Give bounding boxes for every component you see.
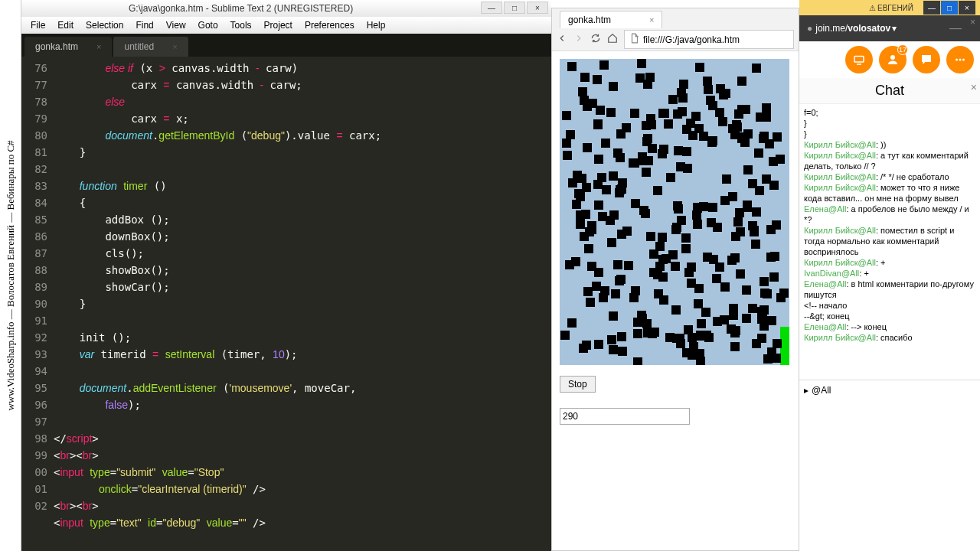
minimize-button[interactable]: — bbox=[923, 1, 940, 15]
close-button[interactable]: × bbox=[959, 1, 975, 15]
tab-label: untitled bbox=[124, 41, 154, 52]
participants-count: 17 bbox=[897, 44, 908, 55]
sublime-window: G:\java\gonka.htm - Sublime Text 2 (UNRE… bbox=[21, 0, 551, 551]
dots-icon[interactable]: — bbox=[949, 21, 962, 35]
svg-rect-0 bbox=[854, 57, 864, 63]
browser-toolbar: file:///G:/java/gonka.htm bbox=[552, 28, 799, 51]
menu-file[interactable]: File bbox=[26, 18, 50, 32]
minimap[interactable] bbox=[505, 57, 551, 551]
close-button[interactable]: × bbox=[527, 2, 548, 14]
joinme-toolbar: 17 bbox=[799, 41, 980, 78]
notification-badge[interactable]: ⚠ ЕВГЕНИЙ bbox=[866, 4, 916, 12]
maximize-button[interactable]: □ bbox=[504, 2, 525, 14]
address-bar[interactable]: file:///G:/java/gonka.htm bbox=[624, 30, 794, 49]
screen-share-icon[interactable] bbox=[845, 46, 873, 73]
tab-gonka[interactable]: gonka.htm × bbox=[24, 37, 112, 57]
watermark-sidebar: www.VideoSharp.info — Волосатов Евгений … bbox=[0, 0, 21, 551]
sublime-tabbar: gonka.htm × untitled × bbox=[21, 34, 551, 57]
chat-title: Chat bbox=[875, 83, 904, 99]
file-icon bbox=[629, 33, 640, 46]
game-canvas[interactable] bbox=[560, 59, 789, 365]
browser-tab[interactable]: gonka.htm × bbox=[560, 11, 662, 28]
stop-button[interactable]: Stop bbox=[560, 376, 596, 393]
watermark-text: www.VideoSharp.info — Волосатов Евгений … bbox=[5, 140, 17, 410]
joinme-topbar: ⚠ ЕВГЕНИЙ — □ × bbox=[799, 0, 980, 15]
svg-point-2 bbox=[956, 59, 958, 61]
tab-untitled[interactable]: untitled × bbox=[113, 37, 188, 57]
home-icon[interactable] bbox=[607, 33, 618, 47]
tab-close-icon[interactable]: × bbox=[96, 42, 101, 51]
chrome-window: gonka.htm × file:///G:/java/gonka.htm St… bbox=[551, 8, 799, 551]
more-icon[interactable] bbox=[946, 46, 974, 73]
sublime-menubar: File Edit Selection Find View Goto Tools… bbox=[21, 17, 551, 34]
menu-selection[interactable]: Selection bbox=[81, 18, 128, 32]
menu-goto[interactable]: Goto bbox=[194, 18, 223, 32]
browser-tabbar: gonka.htm × bbox=[552, 8, 799, 28]
chat-messages[interactable]: f=0; }}Кирилл Бийск@All: ))Кирилл Бийск@… bbox=[799, 104, 980, 380]
menu-tools[interactable]: Tools bbox=[226, 18, 256, 32]
close-icon[interactable]: × bbox=[970, 17, 975, 28]
browser-tab-label: gonka.htm bbox=[568, 15, 611, 25]
joinme-panel: ⚠ ЕВГЕНИЙ — □ × ● join.me/volosatov ▾ — … bbox=[799, 0, 980, 551]
svg-point-3 bbox=[959, 59, 962, 61]
debug-input[interactable] bbox=[560, 408, 690, 425]
reload-icon[interactable] bbox=[590, 33, 601, 47]
minimize-button[interactable]: — bbox=[481, 2, 502, 14]
url-text: file:///G:/java/gonka.htm bbox=[643, 34, 740, 45]
close-icon[interactable]: × bbox=[971, 81, 977, 93]
svg-point-4 bbox=[962, 59, 965, 61]
editor-area[interactable]: 7677787980818283848586878889909192939495… bbox=[21, 57, 551, 551]
menu-edit[interactable]: Edit bbox=[53, 18, 78, 32]
close-icon[interactable]: × bbox=[649, 15, 654, 24]
maximize-button[interactable]: □ bbox=[941, 1, 958, 15]
chevron-icon[interactable]: ▸ bbox=[804, 385, 808, 396]
line-gutter: 7677787980818283848586878889909192939495… bbox=[21, 57, 54, 551]
joinme-header: ● join.me/volosatov ▾ — × bbox=[799, 15, 980, 41]
chat-icon[interactable] bbox=[913, 46, 940, 73]
joinme-user: volosatov bbox=[848, 23, 890, 34]
chat-header: Chat × bbox=[799, 78, 980, 104]
menu-find[interactable]: Find bbox=[131, 18, 158, 32]
menu-help[interactable]: Help bbox=[362, 18, 390, 32]
code-content[interactable]: else if (x > canvas.width - carw) carx =… bbox=[54, 57, 505, 551]
chat-footer[interactable]: ▸ @All bbox=[799, 380, 980, 400]
joinme-brand: join.me/ bbox=[815, 23, 848, 34]
menu-view[interactable]: View bbox=[162, 18, 191, 32]
menu-preferences[interactable]: Preferences bbox=[300, 18, 359, 32]
svg-point-1 bbox=[890, 55, 895, 60]
tab-close-icon[interactable]: × bbox=[172, 42, 177, 51]
menu-project[interactable]: Project bbox=[260, 18, 297, 32]
chat-recipient: @All bbox=[812, 385, 831, 396]
participants-icon[interactable]: 17 bbox=[879, 46, 906, 73]
sublime-titlebar: G:\java\gonka.htm - Sublime Text 2 (UNRE… bbox=[21, 0, 551, 17]
browser-content: Stop bbox=[552, 51, 799, 432]
sublime-title: G:\java\gonka.htm - Sublime Text 2 (UNRE… bbox=[129, 3, 353, 14]
tab-label: gonka.htm bbox=[35, 41, 78, 52]
forward-icon[interactable] bbox=[573, 33, 584, 47]
back-icon[interactable] bbox=[557, 33, 567, 47]
